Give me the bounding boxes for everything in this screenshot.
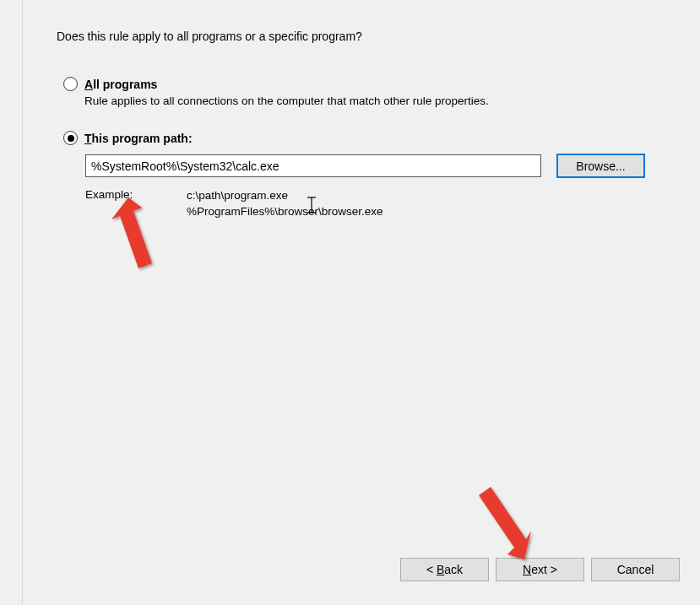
program-path-input[interactable] bbox=[85, 154, 541, 177]
navigation-buttons: < Back Next > Cancel bbox=[400, 558, 680, 581]
wizard-panel: Does this rule apply to all programs or … bbox=[22, 0, 700, 605]
label-all-programs: All programs bbox=[84, 78, 157, 91]
example-line1: c:\path\program.exe bbox=[187, 188, 383, 204]
cancel-button[interactable]: Cancel bbox=[591, 558, 680, 581]
option-this-path: This program path: Browse... Example: c:… bbox=[63, 131, 666, 220]
browse-button[interactable]: Browse... bbox=[556, 154, 645, 178]
example-row: Example: c:\path\program.exe %ProgramFil… bbox=[85, 188, 666, 220]
example-line2: %ProgramFiles%\browser\browser.exe bbox=[187, 204, 383, 220]
label-this-path: This program path: bbox=[84, 132, 193, 145]
back-button[interactable]: < Back bbox=[400, 558, 489, 581]
option-all-row[interactable]: All programs bbox=[63, 77, 666, 91]
radio-this-path[interactable] bbox=[63, 131, 78, 145]
question-text: Does this rule apply to all programs or … bbox=[57, 30, 666, 43]
desc-all-programs: Rule applies to all connections on the c… bbox=[84, 95, 666, 107]
example-label: Example: bbox=[85, 188, 187, 220]
next-button[interactable]: Next > bbox=[496, 558, 584, 581]
radio-all-programs[interactable] bbox=[63, 77, 78, 91]
radio-group: All programs Rule applies to all connect… bbox=[63, 77, 666, 220]
example-paths: c:\path\program.exe %ProgramFiles%\brows… bbox=[187, 188, 383, 220]
option-this-row[interactable]: This program path: bbox=[63, 131, 666, 145]
option-all-programs: All programs Rule applies to all connect… bbox=[63, 77, 666, 107]
path-row: Browse... bbox=[85, 154, 666, 178]
